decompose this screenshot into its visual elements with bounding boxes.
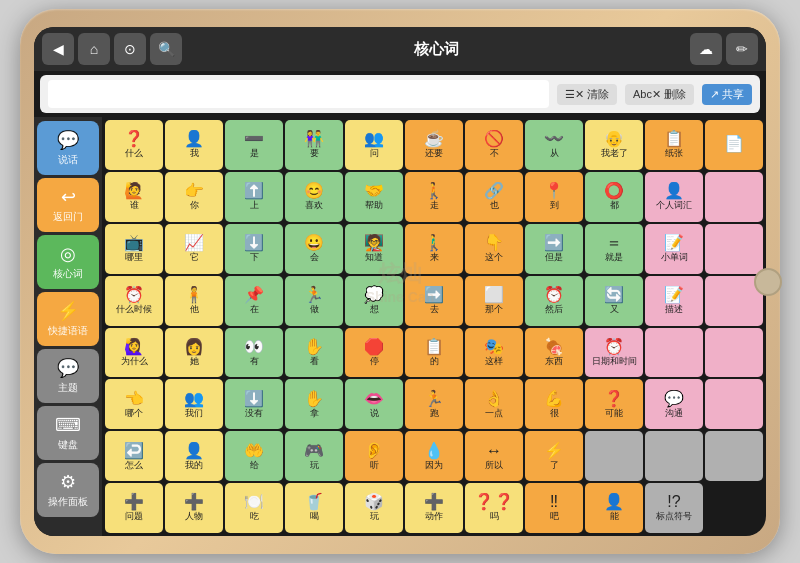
grid-cell[interactable]: 🥤喝 xyxy=(285,483,343,533)
grid-cell[interactable]: 😀会 xyxy=(285,224,343,274)
grid-cell[interactable]: 👌一点 xyxy=(465,379,523,429)
grid-cell[interactable]: 👥我们 xyxy=(165,379,223,429)
grid-cell[interactable]: 🍖东西 xyxy=(525,328,583,378)
grid-cell[interactable]: 👤我的 xyxy=(165,431,223,481)
grid-cell[interactable]: 💪很 xyxy=(525,379,583,429)
grid-cell[interactable]: ⬇️没有 xyxy=(225,379,283,429)
grid-cell[interactable]: 📄 xyxy=(705,120,763,170)
grid-cell[interactable]: ⏰日期和时间 xyxy=(585,328,643,378)
sidebar-item-fanhui[interactable]: ↩ 返回门 xyxy=(37,178,99,232)
grid-cell[interactable] xyxy=(705,224,763,274)
grid-cell[interactable]: ⏰然后 xyxy=(525,276,583,326)
grid-cell[interactable]: 📋的 xyxy=(405,328,463,378)
grid-cell[interactable]: !?标点符号 xyxy=(645,483,703,533)
grid-cell[interactable]: ⚡了 xyxy=(525,431,583,481)
grid-cell[interactable]: 📺哪里 xyxy=(105,224,163,274)
clear-button[interactable]: ☰✕ 清除 xyxy=(557,84,617,105)
grid-cell[interactable]: 🔗也 xyxy=(465,172,523,222)
grid-cell[interactable] xyxy=(705,431,763,481)
grid-cell[interactable]: ⏰什么时候 xyxy=(105,276,163,326)
grid-cell[interactable] xyxy=(705,379,763,429)
grid-cell[interactable]: 🎭这样 xyxy=(465,328,523,378)
grid-cell[interactable]: 📋纸张 xyxy=(645,120,703,170)
edit-button[interactable]: ✏ xyxy=(726,33,758,65)
grid-cell[interactable]: 💧因为 xyxy=(405,431,463,481)
grid-cell[interactable]: 🛑停 xyxy=(345,328,403,378)
grid-cell[interactable]: 🔄又 xyxy=(585,276,643,326)
grid-cell[interactable]: ➕问题 xyxy=(105,483,163,533)
grid-cell[interactable]: ⬇️下 xyxy=(225,224,283,274)
grid-cell[interactable]: 🎲玩 xyxy=(345,483,403,533)
grid-cell[interactable]: 📍到 xyxy=(525,172,583,222)
grid-cell[interactable]: ↩️怎么 xyxy=(105,431,163,481)
grid-cell[interactable]: ✋拿 xyxy=(285,379,343,429)
grid-cell[interactable]: 🧑‍🏫知道 xyxy=(345,224,403,274)
grid-cell[interactable] xyxy=(705,328,763,378)
sidebar-item-hexinci[interactable]: ◎ 核心词 xyxy=(37,235,99,289)
grid-cell[interactable]: ＝就是 xyxy=(585,224,643,274)
grid-cell[interactable]: 🤲给 xyxy=(225,431,283,481)
grid-cell[interactable]: 💬沟通 xyxy=(645,379,703,429)
sidebar-item-zhuti[interactable]: 💬 主题 xyxy=(37,349,99,403)
grid-cell[interactable]: 👫要 xyxy=(285,120,343,170)
grid-cell[interactable]: 👉你 xyxy=(165,172,223,222)
grid-cell[interactable]: ⭕都 xyxy=(585,172,643,222)
grid-cell[interactable]: ⬜那个 xyxy=(465,276,523,326)
grid-cell[interactable]: ➡️去 xyxy=(405,276,463,326)
grid-cell[interactable]: ➖是 xyxy=(225,120,283,170)
grid-cell[interactable]: 🏃做 xyxy=(285,276,343,326)
grid-cell[interactable]: ➕动作 xyxy=(405,483,463,533)
grid-cell[interactable]: 👄说 xyxy=(345,379,403,429)
grid-cell[interactable]: ☕还要 xyxy=(405,120,463,170)
grid-cell[interactable]: ❓什么 xyxy=(105,120,163,170)
grid-cell[interactable]: 🧍他 xyxy=(165,276,223,326)
grid-cell[interactable]: 👥问 xyxy=(345,120,403,170)
grid-cell[interactable] xyxy=(585,431,643,481)
back-button[interactable]: ◀ xyxy=(42,33,74,65)
grid-cell[interactable]: 👤个人词汇 xyxy=(645,172,703,222)
cloud-button[interactable]: ☁ xyxy=(690,33,722,65)
grid-cell[interactable]: ‼️吧 xyxy=(525,483,583,533)
grid-cell[interactable]: 👇这个 xyxy=(465,224,523,274)
grid-cell[interactable]: 🍽️吃 xyxy=(225,483,283,533)
share-button[interactable]: ↗ 共享 xyxy=(702,84,752,105)
grid-cell[interactable]: 👂听 xyxy=(345,431,403,481)
grid-cell[interactable]: 😊喜欢 xyxy=(285,172,343,222)
grid-cell[interactable] xyxy=(705,172,763,222)
grid-cell[interactable] xyxy=(645,431,703,481)
grid-cell[interactable]: 📌在 xyxy=(225,276,283,326)
grid-cell[interactable]: 🚫不 xyxy=(465,120,523,170)
delete-button[interactable]: Abc✕ 删除 xyxy=(625,84,694,105)
grid-cell[interactable]: 🎮玩 xyxy=(285,431,343,481)
grid-cell[interactable]: 🚶走 xyxy=(405,172,463,222)
grid-cell[interactable]: ❓❓吗 xyxy=(465,483,523,533)
grid-cell[interactable]: 👴我老了 xyxy=(585,120,643,170)
grid-cell[interactable] xyxy=(645,328,703,378)
grid-cell[interactable]: 🙋谁 xyxy=(105,172,163,222)
grid-cell[interactable]: 👤我 xyxy=(165,120,223,170)
grid-cell[interactable]: 📝小单词 xyxy=(645,224,703,274)
search-button[interactable]: 🔍 xyxy=(150,33,182,65)
search-input[interactable] xyxy=(48,80,549,108)
grid-cell[interactable]: 〰️从 xyxy=(525,120,583,170)
grid-cell[interactable]: ➕人物 xyxy=(165,483,223,533)
home-button[interactable]: ⌂ xyxy=(78,33,110,65)
grid-cell[interactable]: 👈哪个 xyxy=(105,379,163,429)
grid-cell[interactable]: 👩她 xyxy=(165,328,223,378)
grid-cell[interactable]: ✋看 xyxy=(285,328,343,378)
sidebar-item-jianpan[interactable]: ⌨ 键盘 xyxy=(37,406,99,460)
grid-cell[interactable]: 💭想 xyxy=(345,276,403,326)
grid-cell[interactable]: ↔️所以 xyxy=(465,431,523,481)
grid-cell[interactable]: 👀有 xyxy=(225,328,283,378)
grid-cell[interactable]: ❓可能 xyxy=(585,379,643,429)
grid-cell[interactable]: ⬆️上 xyxy=(225,172,283,222)
grid-cell[interactable]: 📝描述 xyxy=(645,276,703,326)
grid-cell[interactable]: 📈它 xyxy=(165,224,223,274)
settings-button[interactable]: ⊙ xyxy=(114,33,146,65)
grid-cell[interactable]: 🚶‍♂️来 xyxy=(405,224,463,274)
grid-cell[interactable]: 🏃跑 xyxy=(405,379,463,429)
sidebar-item-kuaijieyu[interactable]: ⚡ 快捷语语 xyxy=(37,292,99,346)
hardware-home-button[interactable] xyxy=(754,268,782,296)
grid-cell[interactable]: 🙋‍♀️为什么 xyxy=(105,328,163,378)
grid-cell[interactable]: 🤝帮助 xyxy=(345,172,403,222)
